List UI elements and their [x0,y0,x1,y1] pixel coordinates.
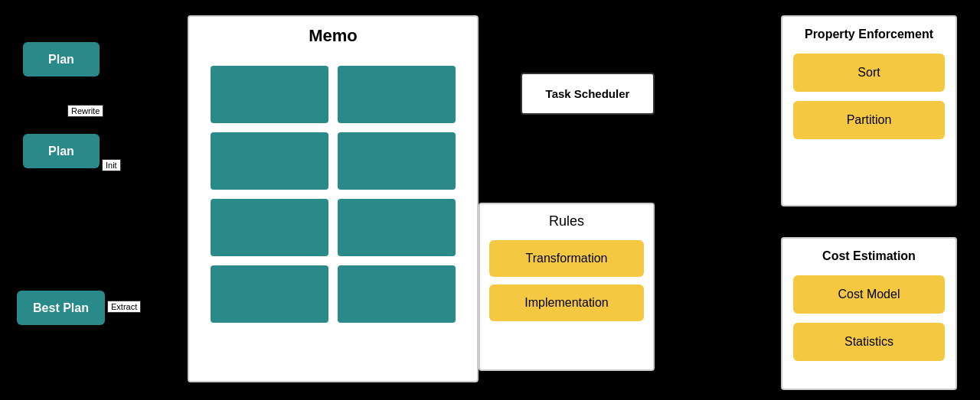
memo-cell-1 [211,66,328,123]
sort-btn[interactable]: Sort [793,54,945,92]
memo-cell-6 [338,199,456,256]
svg-line-20 [660,231,779,274]
task-scheduler-box: Task Scheduler [521,73,655,115]
svg-marker-15 [657,233,671,243]
cost-estimation-container: Cost Estimation Cost Model Statistics [781,237,957,390]
best-plan-label: Best Plan [33,301,89,315]
partition-btn[interactable]: Partition [793,101,945,139]
memo-cell-7 [211,265,328,323]
svg-marker-19 [658,90,675,102]
extract-label: Extract [107,301,141,313]
best-plan-box: Best Plan [17,291,105,325]
svg-line-12 [656,97,781,111]
memo-grid [189,52,477,337]
svg-marker-13 [656,90,669,102]
cost-estimation-title: Cost Estimation [793,249,945,263]
rules-title: Rules [489,213,644,229]
property-enforcement-title: Property Enforcement [793,28,945,41]
implementation-btn[interactable]: Implementation [489,285,644,321]
plan-top-label: Plan [48,53,74,67]
rules-container: Rules Transformation Implementation [479,203,655,371]
memo-cell-5 [211,199,328,256]
svg-marker-9 [479,100,488,108]
memo-cell-8 [338,265,456,323]
rewrite-label: Rewrite [67,105,103,117]
diagram-container: Plan Rewrite Plan Init Best Plan Extract… [0,0,980,400]
plan-middle-box: Plan [23,134,100,168]
property-enforcement-container: Property Enforcement Sort Partition [781,15,957,207]
init-label: Init [102,159,121,171]
svg-marker-3 [177,149,186,157]
svg-line-14 [657,237,781,272]
task-scheduler-label: Task Scheduler [546,87,630,100]
svg-marker-21 [660,226,675,239]
memo-cell-2 [338,66,456,123]
plan-middle-label: Plan [48,145,74,158]
statistics-btn[interactable]: Statistics [793,323,945,361]
cost-model-btn[interactable]: Cost Model [793,275,945,314]
svg-marker-7 [510,89,519,97]
memo-cell-4 [338,132,456,190]
svg-marker-1 [57,125,65,134]
plan-top-box: Plan [23,42,100,76]
memo-title: Memo [189,26,477,46]
memo-cell-3 [211,132,328,190]
svg-marker-11 [560,116,573,128]
transformation-btn[interactable]: Transformation [489,240,644,277]
memo-container: Memo [188,15,479,382]
svg-line-18 [658,98,779,107]
